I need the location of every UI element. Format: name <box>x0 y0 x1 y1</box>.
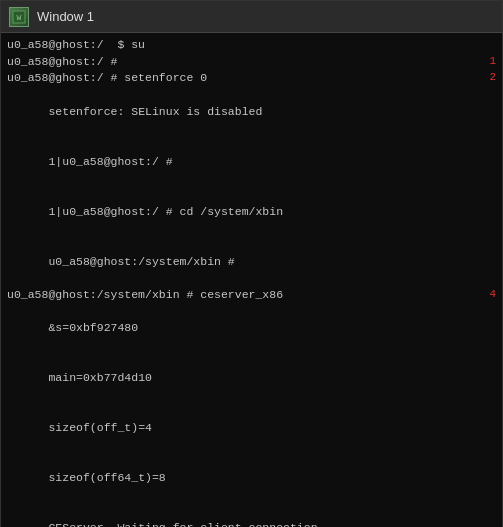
window-1: W Window 1 u0_a58@ghost:/ $ su u0_a58@gh… <box>0 0 503 527</box>
title-bar-top: W Window 1 <box>1 1 502 33</box>
terminal-line: u0_a58@ghost:/ $ su <box>7 37 496 54</box>
terminal-line: 1|u0_a58@ghost:/ # cd /system/xbin <box>7 187 496 237</box>
window-icon: W <box>9 7 29 27</box>
window-title: Window 1 <box>37 9 494 24</box>
terminal-line: sizeof(off_t)=4 <box>7 404 496 454</box>
terminal-body-top[interactable]: u0_a58@ghost:/ $ su u0_a58@ghost:/ # 1 u… <box>1 33 502 527</box>
terminal-line: u0_a58@ghost:/ # setenforce 0 2 <box>7 70 496 87</box>
terminal-line: sizeof(off64_t)=8 <box>7 454 496 504</box>
terminal-line: u0_a58@ghost:/ # 1 <box>7 54 496 71</box>
svg-text:W: W <box>17 13 22 22</box>
terminal-line: u0_a58@ghost:/system/xbin # ceserver_x86… <box>7 287 496 304</box>
terminal-line: main=0xb77d4d10 <box>7 354 496 404</box>
terminal-line: 1|u0_a58@ghost:/ # <box>7 137 496 187</box>
terminal-line: setenforce: SELinux is disabled <box>7 87 496 137</box>
terminal-line: &s=0xbf927480 <box>7 304 496 354</box>
terminal-line: CEServer. Waiting for client connection <box>7 504 496 527</box>
terminal-line: u0_a58@ghost:/system/xbin # <box>7 237 496 287</box>
